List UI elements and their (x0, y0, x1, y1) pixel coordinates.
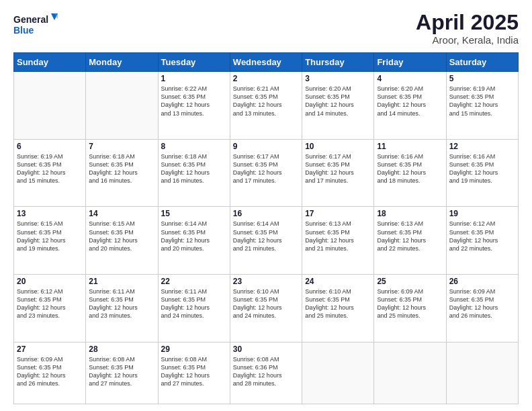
day-number: 10 (305, 142, 371, 151)
day-info: Sunrise: 6:08 AM Sunset: 6:35 PM Dayligh… (89, 355, 154, 388)
calendar-cell: 22Sunrise: 6:11 AM Sunset: 6:35 PM Dayli… (158, 275, 230, 342)
day-number: 7 (89, 142, 154, 151)
day-info: Sunrise: 6:20 AM Sunset: 6:35 PM Dayligh… (305, 85, 371, 118)
calendar-cell: 2Sunrise: 6:21 AM Sunset: 6:35 PM Daylig… (230, 72, 302, 140)
calendar-cell: 16Sunrise: 6:14 AM Sunset: 6:35 PM Dayli… (230, 207, 302, 275)
day-info: Sunrise: 6:13 AM Sunset: 6:35 PM Dayligh… (305, 220, 371, 253)
calendar-cell: 1Sunrise: 6:22 AM Sunset: 6:35 PM Daylig… (158, 72, 230, 140)
col-thursday: Thursday (302, 53, 374, 72)
calendar-cell: 18Sunrise: 6:13 AM Sunset: 6:35 PM Dayli… (374, 207, 446, 275)
day-info: Sunrise: 6:16 AM Sunset: 6:35 PM Dayligh… (449, 152, 515, 185)
calendar-cell (86, 72, 158, 140)
day-number: 17 (305, 209, 371, 218)
day-info: Sunrise: 6:16 AM Sunset: 6:35 PM Dayligh… (377, 152, 443, 185)
calendar-cell: 25Sunrise: 6:09 AM Sunset: 6:35 PM Dayli… (374, 275, 446, 342)
day-info: Sunrise: 6:09 AM Sunset: 6:35 PM Dayligh… (449, 287, 515, 320)
day-number: 28 (89, 345, 154, 354)
day-number: 3 (305, 74, 371, 83)
calendar-cell: 6Sunrise: 6:19 AM Sunset: 6:35 PM Daylig… (14, 139, 86, 207)
day-number: 11 (377, 142, 443, 151)
day-info: Sunrise: 6:17 AM Sunset: 6:35 PM Dayligh… (305, 152, 371, 185)
day-info: Sunrise: 6:15 AM Sunset: 6:35 PM Dayligh… (17, 220, 83, 253)
col-friday: Friday (374, 53, 446, 72)
day-number: 5 (449, 74, 515, 83)
col-tuesday: Tuesday (158, 53, 230, 72)
calendar-cell: 27Sunrise: 6:09 AM Sunset: 6:35 PM Dayli… (14, 342, 86, 404)
calendar-cell: 9Sunrise: 6:17 AM Sunset: 6:35 PM Daylig… (230, 139, 302, 207)
calendar-cell: 8Sunrise: 6:18 AM Sunset: 6:35 PM Daylig… (158, 139, 230, 207)
day-number: 24 (305, 277, 371, 286)
calendar-cell: 10Sunrise: 6:17 AM Sunset: 6:35 PM Dayli… (302, 139, 374, 207)
day-info: Sunrise: 6:20 AM Sunset: 6:35 PM Dayligh… (377, 85, 443, 118)
calendar-cell (446, 342, 518, 404)
day-info: Sunrise: 6:18 AM Sunset: 6:35 PM Dayligh… (161, 152, 227, 185)
calendar-cell (302, 342, 374, 404)
day-info: Sunrise: 6:15 AM Sunset: 6:35 PM Dayligh… (89, 220, 154, 253)
day-info: Sunrise: 6:14 AM Sunset: 6:35 PM Dayligh… (161, 220, 227, 253)
svg-text:General: General (13, 14, 48, 25)
day-number: 1 (161, 74, 227, 83)
calendar-cell (374, 342, 446, 404)
calendar-cell: 13Sunrise: 6:15 AM Sunset: 6:35 PM Dayli… (14, 207, 86, 275)
day-info: Sunrise: 6:09 AM Sunset: 6:35 PM Dayligh… (377, 287, 443, 320)
day-number: 23 (233, 277, 299, 286)
calendar-cell (14, 72, 86, 140)
col-wednesday: Wednesday (230, 53, 302, 72)
day-info: Sunrise: 6:12 AM Sunset: 6:35 PM Dayligh… (17, 287, 83, 320)
day-number: 4 (377, 74, 443, 83)
calendar-cell: 28Sunrise: 6:08 AM Sunset: 6:35 PM Dayli… (86, 342, 158, 404)
calendar-cell: 14Sunrise: 6:15 AM Sunset: 6:35 PM Dayli… (86, 207, 158, 275)
day-number: 22 (161, 277, 227, 286)
calendar-cell: 5Sunrise: 6:19 AM Sunset: 6:35 PM Daylig… (446, 72, 518, 140)
calendar-cell: 26Sunrise: 6:09 AM Sunset: 6:35 PM Dayli… (446, 275, 518, 342)
day-info: Sunrise: 6:18 AM Sunset: 6:35 PM Dayligh… (89, 152, 154, 185)
day-number: 21 (89, 277, 154, 286)
day-number: 16 (233, 209, 299, 218)
calendar-cell: 30Sunrise: 6:08 AM Sunset: 6:36 PM Dayli… (230, 342, 302, 404)
day-info: Sunrise: 6:19 AM Sunset: 6:35 PM Dayligh… (449, 85, 515, 118)
day-number: 6 (17, 142, 83, 151)
calendar-week-5: 27Sunrise: 6:09 AM Sunset: 6:35 PM Dayli… (14, 342, 519, 404)
day-info: Sunrise: 6:17 AM Sunset: 6:35 PM Dayligh… (233, 152, 299, 185)
calendar-cell: 24Sunrise: 6:10 AM Sunset: 6:35 PM Dayli… (302, 275, 374, 342)
day-info: Sunrise: 6:22 AM Sunset: 6:35 PM Dayligh… (161, 85, 227, 118)
title-block: April 2025 Aroor, Kerala, India (416, 11, 519, 46)
day-number: 19 (449, 209, 515, 218)
day-number: 27 (17, 345, 83, 354)
day-info: Sunrise: 6:10 AM Sunset: 6:35 PM Dayligh… (305, 287, 371, 320)
calendar-cell: 23Sunrise: 6:10 AM Sunset: 6:35 PM Dayli… (230, 275, 302, 342)
day-number: 25 (377, 277, 443, 286)
day-info: Sunrise: 6:12 AM Sunset: 6:35 PM Dayligh… (449, 220, 515, 253)
day-number: 15 (161, 209, 227, 218)
calendar-cell: 29Sunrise: 6:08 AM Sunset: 6:35 PM Dayli… (158, 342, 230, 404)
day-info: Sunrise: 6:10 AM Sunset: 6:35 PM Dayligh… (233, 287, 299, 320)
calendar-cell: 19Sunrise: 6:12 AM Sunset: 6:35 PM Dayli… (446, 207, 518, 275)
day-number: 9 (233, 142, 299, 151)
day-number: 13 (17, 209, 83, 218)
day-info: Sunrise: 6:11 AM Sunset: 6:35 PM Dayligh… (161, 287, 227, 320)
calendar-cell: 4Sunrise: 6:20 AM Sunset: 6:35 PM Daylig… (374, 72, 446, 140)
svg-text:Blue: Blue (13, 25, 34, 36)
calendar-cell: 20Sunrise: 6:12 AM Sunset: 6:35 PM Dayli… (14, 275, 86, 342)
day-number: 12 (449, 142, 515, 151)
col-sunday: Sunday (14, 53, 86, 72)
calendar-week-3: 13Sunrise: 6:15 AM Sunset: 6:35 PM Dayli… (14, 207, 519, 275)
page-title: April 2025 (416, 11, 519, 34)
calendar-table: Sunday Monday Tuesday Wednesday Thursday… (13, 52, 519, 404)
day-number: 2 (233, 74, 299, 83)
day-number: 30 (233, 345, 299, 354)
day-info: Sunrise: 6:13 AM Sunset: 6:35 PM Dayligh… (377, 220, 443, 253)
day-info: Sunrise: 6:21 AM Sunset: 6:35 PM Dayligh… (233, 85, 299, 118)
day-number: 20 (17, 277, 83, 286)
day-info: Sunrise: 6:11 AM Sunset: 6:35 PM Dayligh… (89, 287, 154, 320)
calendar-week-2: 6Sunrise: 6:19 AM Sunset: 6:35 PM Daylig… (14, 139, 519, 207)
day-info: Sunrise: 6:19 AM Sunset: 6:35 PM Dayligh… (17, 152, 83, 185)
calendar-cell: 11Sunrise: 6:16 AM Sunset: 6:35 PM Dayli… (374, 139, 446, 207)
calendar-cell: 15Sunrise: 6:14 AM Sunset: 6:35 PM Dayli… (158, 207, 230, 275)
col-saturday: Saturday (446, 53, 518, 72)
day-number: 8 (161, 142, 227, 151)
logo: General Blue (13, 11, 60, 39)
col-monday: Monday (86, 53, 158, 72)
day-info: Sunrise: 6:08 AM Sunset: 6:35 PM Dayligh… (161, 355, 227, 388)
calendar-header-row: Sunday Monday Tuesday Wednesday Thursday… (14, 53, 519, 72)
